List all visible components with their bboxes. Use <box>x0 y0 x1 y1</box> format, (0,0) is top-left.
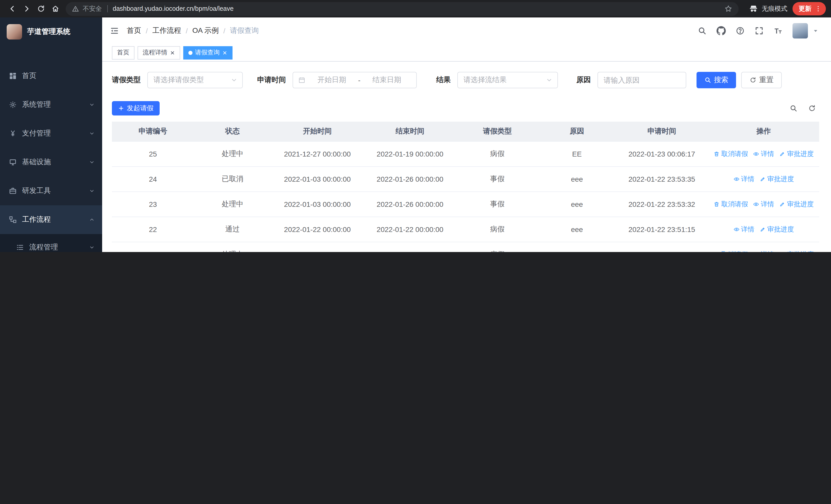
address-bar[interactable]: 不安全 dashboard.yudao.iocoder.cn/bpm/oa/le… <box>66 2 739 16</box>
eye-icon <box>753 251 760 252</box>
sidebar-menu: 首页 系统管理 支付管理 基础设施 <box>0 46 102 252</box>
sidebar-item-home[interactable]: 首页 <box>0 62 102 90</box>
sidebar-item-dev-tools[interactable]: 研发工具 <box>0 177 102 205</box>
sidebar-item-payment[interactable]: 支付管理 <box>0 119 102 148</box>
op-cancel-link[interactable]: 取消请假 <box>714 250 748 252</box>
breadcrumb: 首页 / 工作流程 / OA 示例 / 请假查询 <box>127 26 259 35</box>
result-label: 结果 <box>436 76 451 85</box>
filter-bar: 请假类型 请选择请假类型 申请时间 开始日期 - 结束日期 结果 请选择流结果 <box>112 72 819 88</box>
tab-leave-query[interactable]: 请假查询 <box>183 46 232 59</box>
search-icon[interactable] <box>697 26 707 35</box>
search-button-label: 搜索 <box>714 76 728 85</box>
op-label: 审批进度 <box>787 250 814 252</box>
update-button[interactable]: 更新 <box>793 2 826 16</box>
home-button[interactable] <box>48 2 63 16</box>
result-placeholder: 请选择流结果 <box>463 76 507 85</box>
tab-label: 首页 <box>117 48 130 57</box>
navbar-actions <box>697 23 819 38</box>
reload-button[interactable] <box>34 2 48 16</box>
leave-table-body: 25处理中2021-12-27 00:00:002022-01-19 00:00… <box>112 141 819 252</box>
cell-reason: EE <box>539 141 615 166</box>
address-bar-divider <box>107 5 108 12</box>
sidebar-item-label: 流程管理 <box>29 243 58 252</box>
search-icon[interactable] <box>790 104 798 112</box>
eye-icon <box>734 176 740 182</box>
table-header-row: 申请编号 状态 开始时间 结束时间 请假类型 原因 申请时间 操作 <box>112 122 819 141</box>
sidebar-item-infrastructure[interactable]: 基础设施 <box>0 148 102 177</box>
cell-id: 23 <box>112 191 194 216</box>
question-icon[interactable] <box>736 26 745 35</box>
fontsize-icon[interactable] <box>774 26 783 35</box>
leave-type-select[interactable]: 请选择请假类型 <box>147 72 243 88</box>
tab-process-detail[interactable]: 流程详情 <box>138 46 180 59</box>
chevron-down-icon <box>230 77 238 84</box>
op-progress-link[interactable]: 审批进度 <box>779 199 814 209</box>
collapse-sidebar-icon[interactable] <box>110 26 119 35</box>
chevron-down-icon <box>546 77 553 84</box>
op-cancel-link[interactable]: 取消请假 <box>714 199 748 209</box>
app-frame: 芋道管理系统 首页 系统管理 支付管理 <box>0 18 831 252</box>
table-row: 24已取消2022-01-03 00:00:002022-01-26 00:00… <box>112 166 819 191</box>
sidebar-item-label: 工作流程 <box>22 215 51 224</box>
edit-icon <box>779 251 785 252</box>
sidebar-item-process-management[interactable]: 流程管理 <box>0 234 102 252</box>
op-detail-link[interactable]: 详情 <box>734 174 754 183</box>
eye-icon <box>753 201 760 207</box>
result-select[interactable]: 请选择流结果 <box>457 72 558 88</box>
cell-start: 2022-01-03 00:00:00 <box>271 166 364 191</box>
cell-id: 22 <box>112 216 194 242</box>
user-avatar[interactable] <box>793 23 808 38</box>
cell-status: 已取消 <box>194 166 271 191</box>
table-row: 25处理中2021-12-27 00:00:002022-01-19 00:00… <box>112 141 819 166</box>
op-detail-link[interactable]: 详情 <box>753 199 774 209</box>
op-progress-link[interactable]: 审批进度 <box>779 250 814 252</box>
close-icon[interactable] <box>170 50 175 55</box>
apply-time-range-picker[interactable]: 开始日期 - 结束日期 <box>292 72 417 88</box>
tags-bar: 首页 流程详情 请假查询 <box>102 44 831 62</box>
forward-button[interactable] <box>20 2 34 16</box>
close-icon[interactable] <box>222 50 227 55</box>
incognito-badge: 无痕模式 <box>749 4 787 13</box>
sidebar-item-workflow[interactable]: 工作流程 <box>0 205 102 234</box>
tab-home[interactable]: 首页 <box>112 46 135 59</box>
search-button[interactable]: 搜索 <box>696 72 736 88</box>
op-detail-link[interactable]: 详情 <box>734 225 754 234</box>
breadcrumb-home[interactable]: 首页 <box>127 26 141 35</box>
reset-button[interactable]: 重置 <box>741 72 782 88</box>
op-detail-link[interactable]: 详情 <box>753 250 774 252</box>
breadcrumb-workflow[interactable]: 工作流程 <box>152 26 181 35</box>
op-progress-link[interactable]: 审批进度 <box>760 174 794 183</box>
op-label: 审批进度 <box>787 199 814 209</box>
column-header-start: 开始时间 <box>271 122 364 141</box>
breadcrumb-separator: / <box>146 27 148 35</box>
back-button[interactable] <box>5 2 20 16</box>
op-detail-link[interactable]: 详情 <box>753 149 774 158</box>
caret-down-icon[interactable] <box>812 28 819 34</box>
gear-icon <box>9 100 17 109</box>
sidebar-item-system[interactable]: 系统管理 <box>0 90 102 119</box>
main-area: 首页 / 工作流程 / OA 示例 / 请假查询 <box>102 18 831 252</box>
op-label: 详情 <box>741 174 754 183</box>
github-icon[interactable] <box>717 26 726 35</box>
refresh-icon[interactable] <box>808 104 816 112</box>
trash-icon <box>714 151 720 157</box>
cell-ops: 详情审批进度 <box>708 216 819 242</box>
fullscreen-icon[interactable] <box>754 26 764 35</box>
breadcrumb-oa-example[interactable]: OA 示例 <box>193 26 219 35</box>
create-leave-button[interactable]: 发起请假 <box>112 101 160 116</box>
op-progress-link[interactable]: 审批进度 <box>760 225 794 234</box>
cell-end: 2022-01-26 00:00:00 <box>364 191 456 216</box>
cell-id: 25 <box>112 141 194 166</box>
kebab-menu-icon[interactable] <box>814 5 822 12</box>
op-progress-link[interactable]: 审批进度 <box>779 149 814 158</box>
reload-icon <box>37 5 45 13</box>
bookmark-star-icon[interactable] <box>724 5 733 13</box>
column-header-ops: 操作 <box>708 122 819 141</box>
cell-type: 病假 <box>456 141 539 166</box>
op-cancel-link[interactable]: 取消请假 <box>714 149 748 158</box>
cell-status: 通过 <box>194 216 271 242</box>
cell-ops: 详情审批进度 <box>708 166 819 191</box>
reason-input[interactable] <box>598 72 686 88</box>
breadcrumb-separator: / <box>223 27 225 35</box>
cell-end: 2022-01-22 00:00:00 <box>364 216 456 242</box>
